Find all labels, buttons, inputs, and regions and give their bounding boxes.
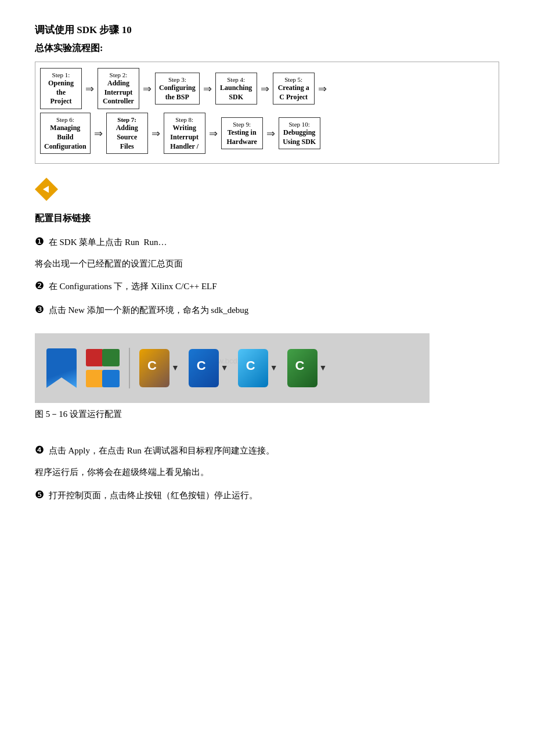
flow-row-2: Step 6: ManagingBuildConfiguration ⇒ Ste… [40, 113, 494, 154]
config-target-link-label: 配置目标链接 [35, 213, 499, 225]
instruction-3: ❸ 点击 New 添加一个新的配置环境，命名为 sdk_debug [35, 301, 499, 319]
toolbar-dropdown-arrow-3[interactable]: ▼ [171, 363, 179, 373]
flow-step-3: Step 3: Configuringthe BSP [155, 73, 200, 105]
flow-step-6: Step 6: ManagingBuildConfiguration [40, 113, 91, 154]
arrow-2: ⇒ [143, 82, 151, 95]
arrow-5: ⇒ [318, 82, 327, 95]
toolbar-icon-5: C [238, 349, 268, 387]
flow-step-7: Step 7: AddingSourceFiles [106, 113, 148, 154]
flow-step-2: Step 2: AddingInterruptController [98, 68, 139, 109]
instruction-4: ❹ 点击 Apply，在点击 Run 在调试器和目标程序间建立连接。 [35, 441, 499, 459]
toolbar-separator-1 [129, 348, 130, 388]
flow-step-1: Step 1: OpeningtheProject [40, 68, 82, 109]
toolbar-dropdown-arrow-4[interactable]: ▼ [221, 363, 229, 373]
toolbar-dropdown-arrow-6[interactable]: ▼ [319, 363, 327, 373]
toolbar-icon-6-group: C ▼ [287, 349, 327, 387]
toolbar-icon-4-group: C ▼ [189, 349, 229, 387]
toolbar-dropdown-arrow-5[interactable]: ▼ [270, 363, 278, 373]
toolbar-icon-5-group: C ▼ [238, 349, 278, 387]
instruction-sub-1-text: 将会出现一个已经配置的设置汇总页面 [35, 259, 183, 268]
instruction-2-num: ❷ [35, 280, 44, 291]
instruction-5-text: 打开控制页面，点击终止按钮（红色按钮）停止运行。 [49, 491, 258, 500]
instruction-3-text: 点击 New 添加一个新的配置环境，命名为 sdk_debug [49, 305, 249, 315]
instruction-sub-4-text: 程序运行后，你将会在超级终端上看见输出。 [35, 467, 209, 477]
instruction-5: ❺ 打开控制页面，点击终止按钮（红色按钮）停止运行。 [35, 486, 499, 504]
arrow-1: ⇒ [85, 82, 94, 95]
flow-step-5: Step 5: Creating aC Project [273, 73, 315, 105]
arrow-9: ⇒ [266, 127, 275, 140]
flow-step-10: Step 10: DebuggingUsing SDK [279, 117, 320, 149]
instruction-1: ❶ 在 SDK 菜单上点击 Run Run… [35, 233, 499, 251]
toolbar-image-container: www.bcdx.com C ▼ C ▼ C ▼ C ▼ [35, 333, 430, 403]
flow-step-9: Step 9: Testing inHardware [221, 117, 263, 149]
instruction-1-text: 在 SDK 菜单上点击 Run Run… [49, 237, 167, 247]
instruction-2-text: 在 Configurations 下，选择 Xilinx C/C++ ELF [49, 282, 217, 291]
instruction-4-text: 点击 Apply，在点击 Run 在调试器和目标程序间建立连接。 [49, 446, 275, 455]
instruction-1-num: ❶ [35, 236, 44, 247]
toolbar-icon-4: C [189, 349, 219, 387]
flow-step-4: Step 4: LaunchingSDK [215, 73, 257, 105]
toolbar-icon-2 [86, 349, 120, 387]
toolbar-icon-3: C [139, 349, 169, 387]
arrow-7: ⇒ [151, 127, 160, 140]
arrow-8: ⇒ [209, 127, 218, 140]
toolbar-icon-6: C [287, 349, 317, 387]
section-title: 总体实验流程图: [35, 42, 499, 55]
instruction-sub-1: 将会出现一个已经配置的设置汇总页面 [35, 257, 499, 272]
arrow-4: ⇒ [261, 82, 269, 95]
arrow-6: ⇒ [94, 127, 103, 140]
instruction-5-num: ❺ [35, 489, 44, 501]
instruction-2: ❷ 在 Configurations 下，选择 Xilinx C/C++ ELF [35, 277, 499, 295]
instruction-sub-4: 程序运行后，你将会在超级终端上看见输出。 [35, 465, 499, 480]
toolbar-icon-1 [46, 348, 77, 388]
instruction-4-num: ❹ [35, 444, 44, 456]
page-title: 调试使用 SDK 步骤 10 [35, 23, 499, 37]
flow-row-1: Step 1: OpeningtheProject ⇒ Step 2: Addi… [40, 68, 494, 109]
flow-diagram: Step 1: OpeningtheProject ⇒ Step 2: Addi… [35, 62, 499, 164]
diamond-arrow-icon [35, 178, 499, 203]
flow-step-8: Step 8: WritingInterruptHandler / [164, 113, 205, 154]
instruction-3-num: ❸ [35, 304, 44, 315]
toolbar-icon-3-group: C ▼ [139, 349, 179, 387]
figure-caption: 图 5－16 设置运行配置 [35, 409, 499, 420]
arrow-3: ⇒ [203, 82, 212, 95]
